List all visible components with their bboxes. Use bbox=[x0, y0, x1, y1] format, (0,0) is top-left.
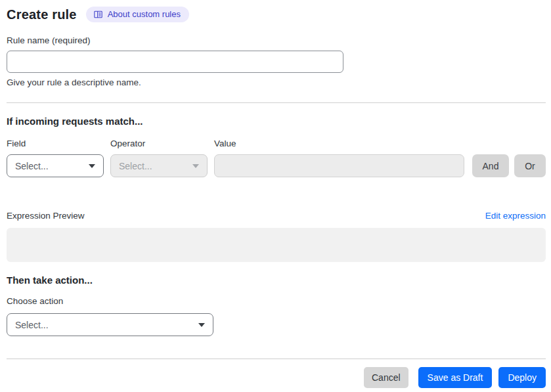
value-input[interactable] bbox=[214, 154, 464, 177]
chevron-down-icon bbox=[198, 323, 205, 327]
rule-name-helper-text: Give your rule a descriptive name. bbox=[7, 77, 546, 87]
about-badge-label: About custom rules bbox=[108, 9, 181, 19]
expression-preview-label: Expression Preview bbox=[7, 211, 85, 221]
value-column: Value bbox=[214, 139, 464, 177]
condition-row: Field Select... Operator Select... Value… bbox=[7, 139, 546, 177]
operator-column: Operator Select... bbox=[110, 139, 208, 177]
footer-actions: Cancel Save as Draft Deploy bbox=[7, 367, 546, 388]
choose-action-select[interactable]: Select... bbox=[7, 313, 213, 336]
operator-label: Operator bbox=[110, 139, 208, 148]
operator-select[interactable]: Select... bbox=[110, 154, 208, 177]
expression-preview-box bbox=[7, 228, 546, 262]
chevron-down-icon bbox=[89, 164, 95, 168]
choose-action-placeholder: Select... bbox=[15, 320, 49, 330]
field-select-placeholder: Select... bbox=[15, 161, 49, 171]
rule-name-label: Rule name (required) bbox=[7, 35, 546, 45]
field-select[interactable]: Select... bbox=[7, 154, 104, 177]
field-label: Field bbox=[7, 139, 104, 148]
operator-select-placeholder: Select... bbox=[119, 161, 152, 171]
section-divider-bottom bbox=[7, 359, 546, 359]
header: Create rule About custom rules bbox=[7, 7, 546, 22]
chevron-down-icon bbox=[192, 164, 199, 168]
or-button[interactable]: Or bbox=[514, 154, 546, 177]
create-rule-form: Create rule About custom rules Rule name… bbox=[0, 0, 551, 388]
and-button[interactable]: And bbox=[472, 154, 509, 177]
deploy-button[interactable]: Deploy bbox=[498, 367, 546, 388]
page-title: Create rule bbox=[7, 7, 77, 22]
save-as-draft-button[interactable]: Save as Draft bbox=[418, 367, 493, 388]
section-divider-top bbox=[7, 102, 546, 103]
value-label: Value bbox=[214, 139, 464, 148]
field-column: Field Select... bbox=[7, 139, 104, 177]
about-custom-rules-badge[interactable]: About custom rules bbox=[86, 7, 189, 22]
choose-action-label: Choose action bbox=[7, 296, 546, 306]
rule-name-input[interactable] bbox=[7, 51, 343, 73]
book-icon bbox=[93, 10, 103, 19]
expression-header-row: Expression Preview Edit expression bbox=[7, 211, 546, 221]
action-section-heading: Then take action... bbox=[7, 274, 546, 286]
cancel-button[interactable]: Cancel bbox=[364, 367, 408, 388]
edit-expression-link[interactable]: Edit expression bbox=[485, 211, 546, 221]
match-section-heading: If incoming requests match... bbox=[7, 116, 546, 127]
